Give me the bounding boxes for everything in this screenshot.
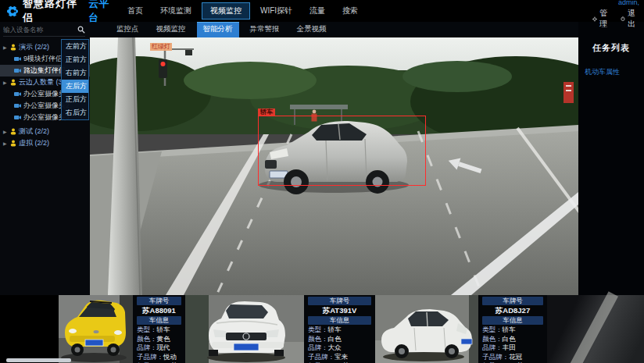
horizontal-scrollbar[interactable] [6, 358, 71, 362]
user-icon [10, 79, 16, 86]
tree-group-test[interactable]: ▶ 测试 (2/2) [0, 126, 90, 137]
camera-icon [14, 68, 21, 73]
field-subbrand: 子品牌：悦动 [133, 353, 185, 362]
logo-suffix-text: 云平台 [88, 0, 117, 25]
info-header: 车信息 [308, 316, 371, 325]
dir-rear-right[interactable]: 右后方 [62, 106, 88, 119]
tab-panorama-video[interactable]: 全景视频 [291, 22, 333, 37]
plate-number: 苏AD8J27 [478, 306, 547, 315]
logout-button[interactable]: 退出 [621, 8, 638, 30]
field-color: 颜色：白色 [478, 335, 547, 344]
traffic-light-label: 红绿灯 [150, 43, 172, 51]
field-subbrand: 子品牌：宝来 [304, 353, 375, 362]
user-icon [10, 128, 16, 135]
gear-icon [592, 16, 597, 23]
field-brand: 品牌：大众 [304, 343, 375, 353]
logo-text: 智慧路灯伴侣 [23, 0, 84, 25]
field-brand: 品牌：丰田 [478, 343, 547, 353]
tree-group-label: 演示 (2/2) [19, 42, 49, 52]
search-input[interactable] [3, 26, 77, 34]
vehicle-snapshot-1[interactable] [59, 295, 133, 363]
username-label[interactable]: admin, [618, 0, 639, 6]
plate-number: 苏A88091 [133, 306, 185, 315]
vehicle-detection-box [258, 116, 426, 186]
dir-front[interactable]: 正前方 [62, 53, 88, 66]
vehicle-info-3: 车牌号 苏AD8J27 车信息 类型：轿车 颜色：白色 品牌：丰田 子品牌：花冠… [478, 295, 547, 363]
manage-label: 管理 [599, 8, 610, 30]
app-window: 智慧路灯伴侣云平台 首页 环境监测 视频监控 WIFI探针 流量 搜索 admi… [0, 0, 644, 363]
field-type: 类型：轿车 [133, 326, 185, 335]
plate-header: 车牌号 [482, 297, 543, 305]
vehicle-attribute-link[interactable]: 机动车属性 [578, 67, 644, 77]
logout-label: 退出 [628, 8, 638, 30]
vehicle-info-2: 车牌号 苏AT391V 车信息 类型：轿车 颜色：白色 品牌：大众 子品牌：宝来… [304, 295, 375, 363]
vehicle-info-1: 车牌号 苏A88091 车信息 类型：轿车 颜色：黄色 品牌：现代 子品牌：悦动… [133, 295, 185, 363]
user-icon [10, 140, 16, 147]
nav-video-surveillance[interactable]: 视频监控 [202, 2, 250, 20]
camera-icon [14, 91, 21, 97]
nav-traffic[interactable]: 流量 [302, 2, 332, 20]
dir-front-left[interactable]: 左前方 [62, 40, 88, 53]
tree-group-label: 虚拟 (2/2) [19, 138, 49, 148]
info-header: 车信息 [137, 316, 181, 325]
user-icon [10, 44, 16, 51]
nav-home[interactable]: 首页 [120, 2, 150, 20]
tab-video-monitor[interactable]: 视频监控 [150, 22, 192, 37]
detection-class-label: 轿车 [258, 109, 275, 116]
nav-environment[interactable]: 环境监测 [153, 2, 199, 20]
task-list-title: 任务列表 [578, 42, 644, 54]
tab-abnormal-alert[interactable]: 异常警报 [244, 22, 286, 37]
field-color: 颜色：白色 [304, 335, 375, 344]
info-header: 车信息 [482, 316, 543, 325]
field-brand: 品牌：现代 [133, 343, 185, 353]
field-type: 类型：轿车 [478, 326, 547, 335]
tree-group-label: 测试 (2/2) [19, 126, 49, 137]
dir-front-right[interactable]: 右前方 [62, 66, 88, 80]
video-tabbar: 监控点 视频监控 智能分析 异常警报 全景视频 [90, 22, 578, 37]
tab-smart-analysis[interactable]: 智能分析 [197, 21, 239, 37]
field-type: 类型：轿车 [304, 326, 375, 335]
camera-icon [14, 115, 21, 120]
logo-gear-icon [6, 5, 19, 18]
search-icon[interactable] [77, 26, 85, 34]
task-panel: 任务列表 机动车属性 [578, 22, 644, 295]
tree-device-label: 路边集灯伴侣 [23, 66, 66, 76]
nav-search[interactable]: 搜索 [335, 2, 365, 20]
vehicle-card-2[interactable]: 车牌号 苏AT391V 车信息 类型：轿车 颜色：白色 品牌：大众 子品牌：宝来… [185, 295, 375, 363]
field-color: 颜色：黄色 [133, 335, 185, 344]
plate-number: 苏AT391V [304, 306, 375, 315]
partial-snapshot-4 [547, 295, 644, 363]
manage-button[interactable]: 管理 [592, 8, 610, 30]
vehicle-card-1[interactable]: 车牌号 苏A88091 车信息 类型：轿车 颜色：黄色 品牌：现代 子品牌：悦动… [59, 295, 185, 363]
device-search [3, 26, 85, 37]
main-nav: 首页 环境监测 视频监控 WIFI探针 流量 搜索 [120, 2, 365, 20]
app-logo: 智慧路灯伴侣云平台 [0, 0, 117, 25]
nav-wifi-probe[interactable]: WIFI探针 [253, 2, 299, 20]
expander-icon[interactable]: ▶ [3, 44, 8, 50]
expander-icon[interactable]: ▶ [3, 141, 8, 146]
tree-group-virtual[interactable]: ▶ 虚拟 (2/2) [0, 137, 90, 149]
dir-rear[interactable]: 正后方 [62, 93, 88, 106]
sedan-image [375, 295, 478, 363]
vehicle-results-strip: 车牌号 苏A88091 车信息 类型：轿车 颜色：黄色 品牌：现代 子品牌：悦动… [0, 295, 644, 363]
sedan-image [185, 295, 304, 363]
expander-icon[interactable]: ▶ [3, 80, 8, 85]
plate-header: 车牌号 [137, 297, 181, 305]
tree-device-label: 办公室摄像头 [23, 89, 66, 99]
expander-icon[interactable]: ▶ [3, 129, 8, 134]
tree-device-label: 9模块灯伴侣 [23, 54, 63, 64]
camera-icon [14, 56, 21, 62]
vehicle-snapshot-2[interactable] [185, 295, 304, 363]
dir-rear-left[interactable]: 左后方 [62, 80, 88, 93]
camera-icon [14, 103, 21, 109]
direction-dropdown: 左前方 正前方 右前方 左后方 正后方 右后方 [61, 39, 89, 120]
vehicle-snapshot-3[interactable] [375, 295, 478, 363]
taxi-image [59, 295, 133, 363]
top-navbar: 智慧路灯伴侣云平台 首页 环境监测 视频监控 WIFI探针 流量 搜索 admi… [0, 0, 644, 22]
field-subbrand: 子品牌：花冠 [478, 353, 547, 362]
power-icon [621, 15, 625, 23]
vehicle-card-3[interactable]: 车牌号 苏AD8J27 车信息 类型：轿车 颜色：白色 品牌：丰田 子品牌：花冠… [375, 295, 547, 363]
video-feed: 轿车 红绿灯 [90, 37, 578, 295]
plate-header: 车牌号 [308, 297, 371, 305]
